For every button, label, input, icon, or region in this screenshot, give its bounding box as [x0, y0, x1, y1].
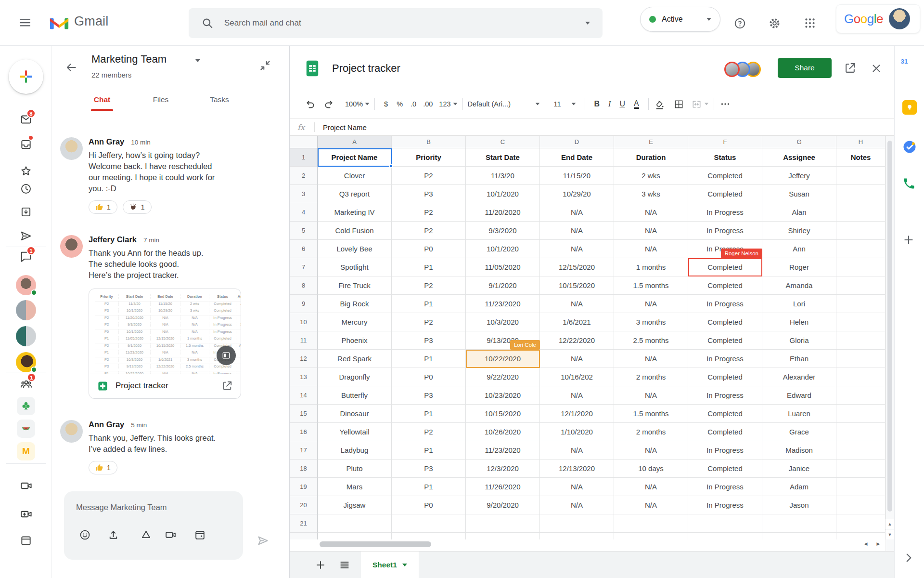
- cell-A3[interactable]: Q3 report: [318, 185, 392, 203]
- cell-D4[interactable]: N/A: [540, 203, 614, 222]
- cell-E13[interactable]: 2 months: [614, 368, 688, 386]
- chat-contact-avatar[interactable]: [16, 275, 36, 295]
- cell-C1[interactable]: Start Date: [466, 148, 540, 167]
- column-header-F[interactable]: F: [688, 136, 762, 148]
- cell-A19[interactable]: Mars: [318, 478, 392, 496]
- cell-F5[interactable]: In Progress: [688, 222, 762, 240]
- emoji-icon[interactable]: [79, 529, 90, 540]
- cell-A14[interactable]: Butterfly: [318, 386, 392, 405]
- row-number[interactable]: 5: [290, 222, 318, 240]
- increase-decimals-button[interactable]: .00: [423, 100, 433, 108]
- cell-F12[interactable]: In Progress: [688, 350, 762, 368]
- row-number[interactable]: 14: [290, 386, 318, 405]
- drive-icon[interactable]: [140, 529, 152, 540]
- cell-B19[interactable]: P1: [392, 478, 466, 496]
- close-icon[interactable]: [871, 63, 882, 74]
- column-header-C[interactable]: C: [466, 136, 540, 148]
- cell-C6[interactable]: 10/1/2020: [466, 240, 540, 258]
- google-voice-icon[interactable]: [902, 177, 917, 191]
- cell-A7[interactable]: Spotlight: [318, 258, 392, 276]
- formula-value[interactable]: Project Name: [323, 123, 367, 131]
- cell-D1[interactable]: End Date: [540, 148, 614, 167]
- format-currency-button[interactable]: $: [384, 100, 388, 108]
- cell-E4[interactable]: N/A: [614, 203, 688, 222]
- spreadsheet-grid[interactable]: ABCDEFGH1Project NamePriorityStart DateE…: [290, 136, 886, 551]
- cell-E9[interactable]: N/A: [614, 295, 688, 313]
- apps-grid-icon[interactable]: [804, 17, 816, 29]
- cell-B15[interactable]: P1: [392, 405, 466, 423]
- starred-icon[interactable]: [20, 165, 32, 177]
- cell-G6[interactable]: Ann: [762, 240, 836, 258]
- cell-C11[interactable]: 9/13/2020: [466, 331, 540, 350]
- cell-G15[interactable]: Luaren: [762, 405, 836, 423]
- upload-icon[interactable]: [107, 529, 119, 540]
- cell-C7[interactable]: 11/05/2020: [466, 258, 540, 276]
- cell-E7[interactable]: 1 months: [614, 258, 688, 276]
- column-header-B[interactable]: B: [392, 136, 466, 148]
- cell-A9[interactable]: Big Rock: [318, 295, 392, 313]
- cell-F4[interactable]: In Progress: [688, 203, 762, 222]
- archive-icon[interactable]: [20, 206, 32, 218]
- scroll-down-icon[interactable]: ▼: [886, 530, 894, 539]
- cell-D17[interactable]: N/A: [540, 441, 614, 460]
- cell-C4[interactable]: 11/20/2020: [466, 203, 540, 222]
- cell-D6[interactable]: N/A: [540, 240, 614, 258]
- row-number[interactable]: 19: [290, 478, 318, 496]
- cell-H8[interactable]: [836, 276, 886, 295]
- cell-H17[interactable]: [836, 441, 886, 460]
- vertical-scrollbar[interactable]: [887, 141, 892, 512]
- cell-G1[interactable]: Assignee: [762, 148, 836, 167]
- row-number[interactable]: 9: [290, 295, 318, 313]
- cell-E19[interactable]: N/A: [614, 478, 688, 496]
- cell-D2[interactable]: 11/15/20: [540, 167, 614, 185]
- tab-files[interactable]: Files: [139, 90, 183, 111]
- cell-F15[interactable]: Completed: [688, 405, 762, 423]
- cell-H10[interactable]: [836, 313, 886, 331]
- row-number[interactable]: 12: [290, 350, 318, 368]
- cell-G12[interactable]: Ethan: [762, 350, 836, 368]
- cell-E16[interactable]: 2 months: [614, 423, 688, 441]
- cell-H1[interactable]: Notes: [836, 148, 886, 167]
- cell-B9[interactable]: P1: [392, 295, 466, 313]
- row-number[interactable]: 18: [290, 460, 318, 478]
- scroll-up-icon[interactable]: ▲: [886, 519, 894, 529]
- preview-button[interactable]: [217, 346, 236, 365]
- cell-G7[interactable]: Roger: [762, 258, 836, 276]
- cell-G14[interactable]: Edward: [762, 386, 836, 405]
- cell-B14[interactable]: P3: [392, 386, 466, 405]
- decrease-decimals-button[interactable]: .0: [411, 100, 416, 108]
- cell-G3[interactable]: Susan: [762, 185, 836, 203]
- spaces-icon[interactable]: 1: [20, 378, 32, 390]
- cell-B11[interactable]: P3: [392, 331, 466, 350]
- cell-F19[interactable]: In Progress: [688, 478, 762, 496]
- chat-icon[interactable]: 1: [20, 250, 32, 263]
- redo-icon[interactable]: [322, 98, 335, 110]
- message-avatar[interactable]: [60, 420, 83, 443]
- share-button[interactable]: Share: [778, 58, 832, 78]
- cell-E18[interactable]: 10 days: [614, 460, 688, 478]
- open-attachment-icon[interactable]: [222, 381, 232, 391]
- cell-F21[interactable]: [688, 514, 762, 533]
- cell-D10[interactable]: 1/6/2021: [540, 313, 614, 331]
- row-number[interactable]: 10: [290, 313, 318, 331]
- cell-H9[interactable]: [836, 295, 886, 313]
- collapse-icon[interactable]: [259, 59, 271, 72]
- cell-B20[interactable]: P0: [392, 496, 466, 514]
- column-header-G[interactable]: G: [762, 136, 836, 148]
- video-icon[interactable]: [165, 529, 176, 540]
- cell-D7[interactable]: 12/15/2020: [540, 258, 614, 276]
- cell-H3[interactable]: [836, 185, 886, 203]
- inbox-mail-icon[interactable]: 8: [20, 113, 32, 126]
- cell-H12[interactable]: [836, 350, 886, 368]
- cell-E14[interactable]: N/A: [614, 386, 688, 405]
- cell-G18[interactable]: Janice: [762, 460, 836, 478]
- cell-B2[interactable]: P2: [392, 167, 466, 185]
- cell-F2[interactable]: Completed: [688, 167, 762, 185]
- cell-A16[interactable]: Yellowtail: [318, 423, 392, 441]
- cell-G21[interactable]: [762, 514, 836, 533]
- cell-G13[interactable]: Alexander: [762, 368, 836, 386]
- cell-H7[interactable]: [836, 258, 886, 276]
- cell-B17[interactable]: P1: [392, 441, 466, 460]
- search-bar[interactable]: Search mail and chat: [189, 8, 603, 38]
- search-icon[interactable]: [201, 17, 214, 29]
